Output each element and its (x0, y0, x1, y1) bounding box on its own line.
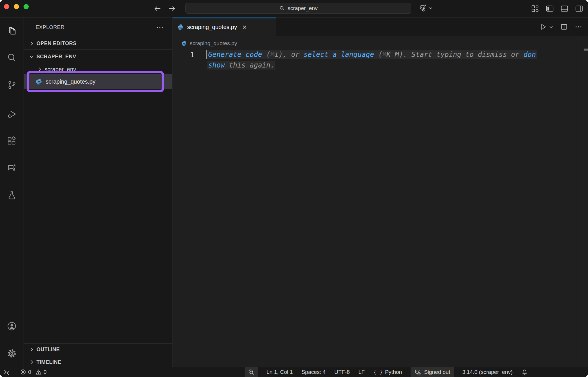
navigate-back-button[interactable] (153, 4, 162, 13)
command-center-search[interactable]: scraper_env (185, 3, 411, 14)
tab-bar: scraping_quotes.py ✕ ⋯ (173, 18, 588, 36)
tab-close-button[interactable]: ✕ (242, 24, 247, 31)
cursor-position-button[interactable]: Ln 1, Col 1 (266, 369, 293, 375)
files-icon (7, 26, 17, 36)
breadcrumb-item[interactable]: scraping_quotes.py (190, 40, 237, 47)
notifications-bell-button[interactable] (521, 369, 528, 376)
editor-scrollbar-thumb[interactable] (584, 49, 588, 51)
toggle-panel-button[interactable] (560, 4, 569, 13)
explorer-more-actions-button[interactable]: ⋯ (156, 22, 164, 33)
open-editors-label: OPEN EDITORS (36, 41, 76, 47)
copilot-disabled-icon (419, 4, 427, 12)
chevron-right-icon (28, 41, 35, 47)
language-label: Python (385, 369, 402, 375)
python-file-icon (35, 78, 42, 85)
braces-icon: { } (373, 369, 383, 375)
activity-testing-button[interactable] (5, 188, 19, 202)
split-editor-button[interactable] (560, 23, 568, 31)
warning-count: 0 (44, 369, 47, 375)
error-icon (20, 369, 26, 375)
chevron-down-icon (549, 25, 553, 29)
ghost-text-line-2: show this again. (207, 60, 275, 70)
chevron-down-icon (429, 6, 433, 10)
status-bar: 0 0 Ln 1, Col 1 Spaces: 4 UTF-8 LF { } P… (0, 367, 588, 377)
indentation-button[interactable]: Spaces: 4 (301, 369, 326, 375)
arrow-right-icon (168, 4, 176, 13)
tab-scraping-quotes[interactable]: scraping_quotes.py ✕ (173, 18, 276, 36)
error-count: 0 (28, 369, 31, 375)
python-interpreter-button[interactable]: 3.14.0 (scraper_env) (462, 369, 512, 375)
title-bar: scraper_env (0, 0, 588, 18)
customize-layout-icon (531, 4, 539, 13)
text-cursor (206, 50, 207, 59)
ghost-link-select-language[interactable]: select a language (303, 51, 374, 59)
explorer-sidebar: EXPLORER ⋯ OPEN EDITORS SCRAPER_ENV scra… (24, 18, 173, 367)
run-icon (539, 23, 547, 31)
encoding-button[interactable]: UTF-8 (334, 369, 350, 375)
activity-bar (0, 18, 24, 367)
activity-extensions-button[interactable] (5, 134, 19, 148)
python-file-icon (177, 24, 184, 30)
open-editors-section[interactable]: OPEN EDITORS (24, 38, 172, 50)
zoom-window-button[interactable] (24, 4, 29, 9)
folder-row-scraper-env[interactable]: scraper_env (24, 64, 172, 75)
ghost-link-dont-show[interactable]: don (523, 51, 536, 59)
toggle-primary-sidebar-button[interactable] (546, 4, 554, 13)
chevron-right-icon (28, 359, 35, 365)
activity-chat-button[interactable] (5, 161, 19, 175)
file-row-scraping-quotes[interactable]: scraping_quotes.py (24, 74, 172, 89)
python-file-icon (181, 41, 187, 46)
gear-icon (7, 349, 17, 358)
ghost-link-dont-show[interactable]: show (208, 61, 225, 69)
workspace-root-label: SCRAPER_ENV (36, 54, 76, 60)
toggle-secondary-sidebar-button[interactable] (575, 4, 583, 13)
sidebar-left-icon (546, 4, 554, 13)
source-control-icon (7, 80, 17, 90)
copilot-menu-button[interactable] (419, 4, 433, 12)
navigate-forward-button[interactable] (168, 4, 176, 13)
zoom-in-icon (248, 369, 254, 375)
extensions-icon (7, 136, 17, 146)
status-right: Ln 1, Col 1 Spaces: 4 UTF-8 LF { } Pytho… (245, 367, 528, 377)
ghost-text-line-1: Generate code (⌘I), or select a language… (207, 50, 537, 59)
workspace-root-row[interactable]: SCRAPER_ENV (24, 51, 172, 62)
eol-button[interactable]: LF (358, 369, 365, 375)
editor-more-actions-button[interactable]: ⋯ (575, 22, 583, 31)
activity-source-control-button[interactable] (5, 78, 19, 92)
problems-button[interactable]: 0 0 (20, 369, 49, 375)
warning-icon (36, 369, 42, 375)
ghost-text: (⌘K M). Start typing to dismiss or (374, 51, 523, 59)
sidebar-right-icon (575, 4, 583, 13)
outline-section[interactable]: OUTLINE (24, 343, 172, 355)
explorer-title: EXPLORER (36, 24, 64, 30)
copilot-signed-out-button[interactable]: Signed out (411, 367, 454, 377)
language-mode-button[interactable]: { } Python (373, 369, 402, 375)
breadcrumb[interactable]: scraping_quotes.py (173, 36, 588, 51)
remote-indicator-button[interactable] (3, 369, 10, 376)
run-debug-icon (7, 109, 17, 119)
customize-layout-button[interactable] (531, 4, 539, 13)
activity-run-debug-button[interactable] (5, 107, 19, 121)
close-window-button[interactable] (4, 4, 9, 9)
layout-controls (531, 4, 583, 13)
minimize-window-button[interactable] (14, 4, 19, 9)
ghost-link-generate-code[interactable]: Generate code (208, 51, 262, 59)
chevron-right-icon (36, 66, 43, 72)
line-number: 1 (185, 50, 194, 60)
activity-explorer-button[interactable] (5, 24, 19, 38)
chat-sparkle-icon (7, 163, 17, 173)
file-label: scraping_quotes.py (46, 78, 95, 85)
timeline-section[interactable]: TIMELINE (24, 356, 172, 368)
search-icon (7, 53, 17, 63)
chevron-down-icon (28, 53, 35, 60)
timeline-label: TIMELINE (36, 359, 61, 365)
settings-button[interactable] (5, 347, 19, 360)
folder-label: scraper_env (45, 66, 76, 73)
search-icon (279, 5, 285, 11)
activity-search-button[interactable] (5, 51, 19, 65)
accounts-button[interactable] (5, 319, 19, 333)
chevron-right-icon (28, 346, 35, 353)
run-python-file-button[interactable] (539, 23, 553, 31)
zoom-level-button[interactable] (245, 367, 258, 377)
vscode-window: scraper_env (0, 0, 588, 377)
